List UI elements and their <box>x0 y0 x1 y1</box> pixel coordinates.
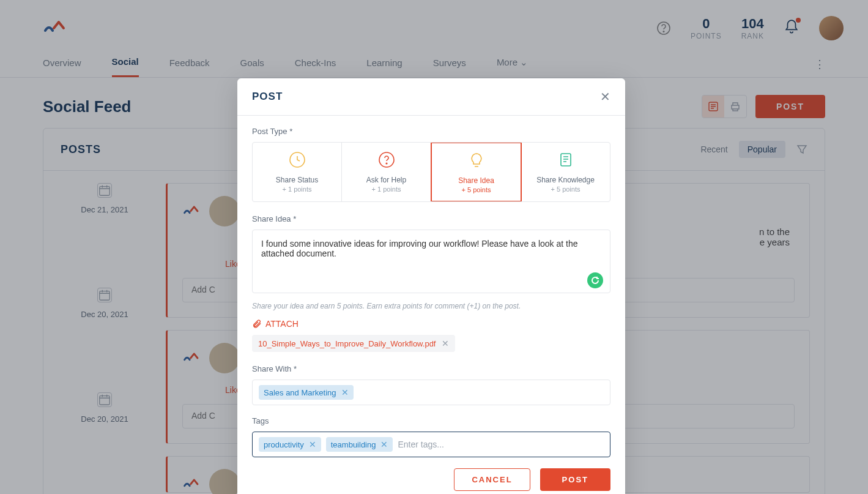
tags-input-box[interactable]: productivity ✕ teambuilding ✕ <box>252 432 610 457</box>
share-chip: Sales and Marketing ✕ <box>259 385 354 400</box>
submit-post-button[interactable]: POST <box>540 468 610 491</box>
type-share-knowledge[interactable]: Share Knowledge + 5 points <box>521 143 610 201</box>
share-with-input[interactable]: Sales and Marketing ✕ <box>252 380 610 405</box>
tag-chip: teambuilding ✕ <box>326 437 393 452</box>
tag-chip: productivity ✕ <box>259 437 321 452</box>
remove-chip-icon[interactable]: ✕ <box>341 387 349 397</box>
app-root: 0 POINTS 104 RANK Overview Social Feedba… <box>0 0 868 494</box>
status-icon <box>289 151 306 168</box>
help-type-icon <box>378 151 395 168</box>
idea-label: Share Idea * <box>252 214 610 223</box>
svg-point-8 <box>386 163 387 164</box>
post-type-label: Post Type * <box>252 127 610 136</box>
modal-footer: CANCEL POST <box>237 468 625 491</box>
attachment-chip: 10_Simple_Ways_to_Improve_Daily_Workflow… <box>252 335 455 352</box>
share-with-label: Share With * <box>252 364 610 373</box>
grammarly-icon[interactable] <box>587 272 603 288</box>
remove-attachment-icon[interactable]: ✕ <box>442 339 449 348</box>
tags-input[interactable] <box>398 440 604 449</box>
type-ask-help[interactable]: Ask for Help + 1 points <box>342 143 431 201</box>
cancel-button[interactable]: CANCEL <box>454 468 530 491</box>
remove-tag-icon[interactable]: ✕ <box>380 440 388 449</box>
close-icon[interactable]: ✕ <box>600 89 610 104</box>
attach-button[interactable]: ATTACH <box>252 319 610 329</box>
idea-hint: Share your idea and earn 5 points. Earn … <box>252 302 610 310</box>
tags-label: Tags <box>252 416 610 425</box>
idea-textarea[interactable] <box>252 230 610 293</box>
post-type-grid: Share Status + 1 points Ask for Help + 1… <box>252 142 610 202</box>
attachment-name: 10_Simple_Ways_to_Improve_Daily_Workflow… <box>258 339 436 348</box>
type-share-status[interactable]: Share Status + 1 points <box>253 143 342 201</box>
idea-icon <box>468 152 485 169</box>
remove-tag-icon[interactable]: ✕ <box>309 440 316 449</box>
paperclip-icon <box>252 319 262 329</box>
modal-header: POST ✕ <box>237 78 625 116</box>
svg-rect-9 <box>561 154 571 166</box>
knowledge-icon <box>557 151 574 168</box>
type-share-idea[interactable]: Share Idea + 5 points <box>431 142 522 202</box>
modal-title: POST <box>252 91 283 103</box>
modal-body: Post Type * Share Status + 1 points Ask … <box>237 116 625 457</box>
post-modal: POST ✕ Post Type * Share Status + 1 poin… <box>237 78 625 494</box>
